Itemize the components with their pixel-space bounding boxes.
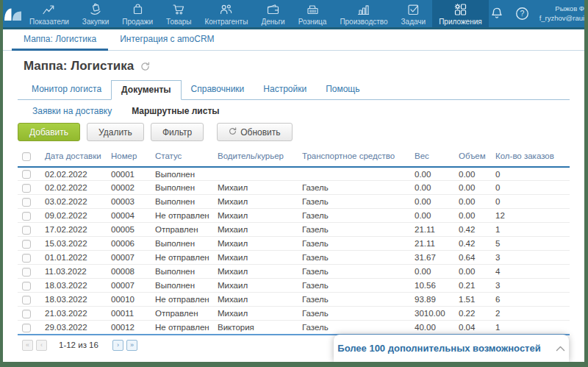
tab-label: Помощь — [326, 84, 359, 94]
table-cell: 00008 — [110, 265, 154, 279]
nav-label: Производство — [340, 18, 387, 26]
tab-mappa-logistika[interactable]: Маппа: Логистика — [12, 29, 108, 51]
row-checkbox[interactable] — [22, 184, 31, 193]
nav-item-dengi[interactable]: Деньги — [254, 0, 291, 27]
row-checkbox[interactable] — [22, 254, 31, 263]
column-header-volume[interactable]: Объем — [457, 148, 494, 167]
next-page-button[interactable]: › — [112, 340, 123, 351]
table-row[interactable]: 09.02.202200004Не отправленМихаилГазель0… — [18, 209, 570, 223]
row-checkbox[interactable] — [22, 310, 31, 318]
table-cell: Не отправлен — [154, 251, 216, 265]
column-header-vehicle[interactable]: Транспортное средство — [301, 148, 413, 167]
tab-pomosch[interactable]: Помощь — [316, 80, 369, 99]
promo-banner[interactable]: Более 100 дополнительных возможностей — [334, 335, 569, 362]
table-cell: 3010.00 — [413, 307, 457, 321]
table-cell: Михаил — [216, 265, 301, 279]
row-checkbox[interactable] — [22, 212, 31, 221]
row-checkbox[interactable] — [22, 240, 31, 249]
table-row[interactable]: 18.03.202200010Не отправленМихаилГазель9… — [18, 293, 570, 307]
help-icon[interactable]: ? — [514, 6, 530, 21]
table-row[interactable]: 02.02.202200001Выполнен0.000.000 — [18, 167, 570, 181]
nav-item-pokazateli[interactable]: Показатели — [23, 0, 76, 27]
table-cell: Михаил — [216, 279, 301, 293]
table-cell: 2 — [494, 307, 570, 321]
subtab-zayavki-na-dostavku[interactable]: Заявки на доставку — [32, 106, 112, 116]
table-cell: 0 — [494, 181, 570, 195]
tab-dokumenty[interactable]: Документы — [111, 80, 181, 100]
tab-nastroyki[interactable]: Настройки — [254, 80, 316, 99]
table-cell: Михаил — [216, 223, 301, 237]
row-checkbox[interactable] — [22, 296, 31, 304]
tab-monitor-logista[interactable]: Монитор логиста — [22, 80, 111, 99]
refresh-icon — [229, 127, 237, 138]
filter-button-label: Фильтр — [162, 127, 192, 138]
table-row[interactable]: 01.01.202200007Не отправленМихаилГазель3… — [18, 251, 570, 265]
table-cell: 11.03.2022 — [43, 265, 110, 279]
table-cell: Газель — [301, 265, 413, 279]
notifications-bell-icon[interactable] — [489, 6, 505, 21]
row-checkbox[interactable] — [22, 198, 31, 207]
people-icon — [218, 2, 234, 17]
subtab-marshrutnye-listy[interactable]: Маршрутные листы — [132, 106, 219, 116]
nav-item-tovary[interactable]: Товары — [159, 0, 198, 27]
table-cell: 21.11 — [413, 223, 457, 237]
tab-label: Документы — [121, 85, 171, 95]
column-header-driver[interactable]: Водитель/курьер — [216, 148, 301, 167]
delete-button[interactable]: Удалить — [87, 123, 144, 141]
table-row[interactable]: 17.02.202200005ОтправленМихаилГазель21.1… — [18, 223, 570, 237]
table-cell: 0.00 — [457, 195, 494, 209]
table-cell: 00002 — [110, 181, 154, 195]
nav-item-roznitsa[interactable]: Розница — [292, 0, 334, 27]
row-checkbox[interactable] — [22, 268, 31, 277]
row-checkbox[interactable] — [22, 282, 31, 291]
table-row[interactable]: 11.03.202200008ВыполненМихаилГазель0.000… — [18, 265, 570, 279]
table-row[interactable]: 18.03.202200007ВыполненМихаилГазель10.56… — [18, 279, 570, 293]
row-checkbox[interactable] — [22, 170, 31, 179]
table-cell: 0.00 — [413, 181, 457, 195]
user-info[interactable]: Рыжов Ф. f_ryzhov@rauit — [539, 4, 587, 23]
table-row[interactable]: 21.03.202200011ОтправленМихаилГазель3010… — [18, 307, 570, 321]
select-all-checkbox[interactable] — [22, 152, 31, 161]
table-cell: Михаил — [216, 251, 301, 265]
nav-item-prilozheniya[interactable]: Приложения — [432, 0, 489, 27]
nav-item-zakupki[interactable]: Закупки — [76, 0, 115, 27]
table-cell: 29.03.2022 — [43, 321, 110, 335]
column-header-orders-count[interactable]: Кол-во заказов — [494, 148, 570, 167]
table-row[interactable]: 03.02.202200003ВыполненМихаилГазель0.000… — [18, 195, 570, 209]
column-header-weight[interactable]: Вес — [413, 148, 457, 167]
refresh-page-icon[interactable] — [140, 62, 150, 71]
nav-item-proizvodstvo[interactable]: Производство — [333, 0, 394, 27]
app-logo-icon[interactable] — [3, 0, 23, 27]
nav-item-kontragenty[interactable]: Контрагенты — [198, 0, 254, 27]
column-header-number[interactable]: Номер — [110, 148, 154, 167]
table-cell: 6 — [494, 293, 570, 307]
row-checkbox[interactable] — [22, 324, 31, 332]
app-tab-label: Интеграция с amoCRM — [120, 34, 214, 44]
first-page-button[interactable]: « — [22, 340, 33, 351]
table-row[interactable]: 15.03.202200006ВыполненМихаилГазель21.11… — [18, 237, 570, 251]
row-checkbox[interactable] — [22, 226, 31, 235]
page-title: Маппа: Логистика — [24, 59, 134, 74]
nav-label: Закупки — [82, 18, 109, 26]
column-header-date[interactable]: Дата доставки — [43, 148, 110, 167]
filter-button[interactable]: Фильтр — [151, 123, 204, 141]
column-header-status[interactable]: Статус — [154, 148, 216, 167]
table-cell: Газель — [301, 251, 413, 265]
table-cell: Газель — [301, 293, 413, 307]
table-cell: Газель — [301, 279, 413, 293]
table-cell: Газель — [301, 209, 413, 223]
last-page-button[interactable]: » — [126, 340, 137, 351]
nav-item-prodazhi[interactable]: Продажи — [115, 0, 159, 27]
toolbar: Добавить Удалить Фильтр Обновить — [18, 123, 570, 141]
nav-item-zadachi[interactable]: Задачи — [395, 0, 433, 27]
refresh-list-button[interactable]: Обновить — [217, 123, 292, 141]
nav-label: Деньги — [261, 18, 284, 26]
table-row[interactable]: 02.02.202200002ВыполненМихаилГазель0.000… — [18, 181, 570, 195]
table-row[interactable]: 29.03.202200012Не отправленВикторияГазел… — [18, 321, 570, 335]
add-button[interactable]: Добавить — [18, 123, 80, 141]
prev-page-button[interactable]: ‹ — [36, 340, 47, 351]
tab-integraciya-amocrm[interactable]: Интеграция с amoCRM — [108, 29, 226, 51]
tab-spravochniki[interactable]: Справочники — [182, 80, 254, 99]
factory-bars-icon — [356, 2, 371, 17]
table-cell: 01.01.2022 — [43, 251, 110, 265]
